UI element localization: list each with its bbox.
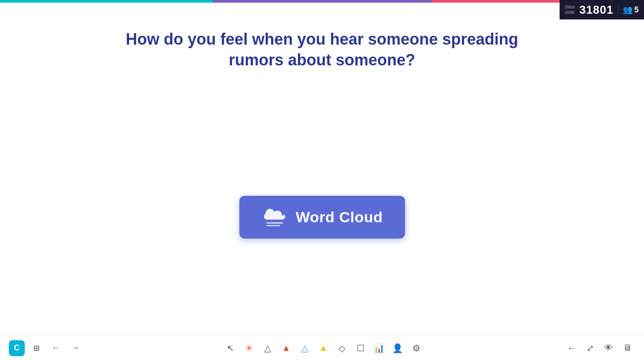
class-badge: class code 31801 👥 5 xyxy=(560,0,644,19)
expand-button[interactable]: ⤢ xyxy=(582,340,598,356)
main-content: How do you feel when you hear someone sp… xyxy=(0,3,644,334)
triangle-blue-button[interactable]: △ xyxy=(297,340,313,356)
bar-chart-button[interactable]: 📊 xyxy=(371,340,387,356)
participants-count: 5 xyxy=(634,5,639,15)
logo-text: C xyxy=(14,343,20,353)
hide-button[interactable]: 👁 xyxy=(601,340,617,356)
class-code-number: 31801 xyxy=(579,3,614,17)
magic-wand-button[interactable]: ✳ xyxy=(241,340,257,356)
toolbar-center: ↖ ✳ △ ▲ △ ▲ ◇ ☐ 📊 👤 ⚙ xyxy=(83,340,564,356)
toolbar-left: C ⊞ ← → xyxy=(9,340,83,356)
triangle-red-button[interactable]: ▲ xyxy=(278,340,294,356)
toolbar-right: ← ⤢ 👁 🖥 xyxy=(564,340,635,356)
eraser-button[interactable]: ◇ xyxy=(334,340,350,356)
participants-icon: 👥 xyxy=(623,5,633,15)
nav-left-button[interactable]: ← xyxy=(564,340,579,356)
class-label: class code xyxy=(565,4,575,15)
display-button[interactable]: 🖥 xyxy=(619,340,635,356)
class-participants: 👥 5 xyxy=(618,5,639,15)
logo-button[interactable]: C xyxy=(9,340,25,356)
triangle-yellow-button[interactable]: ▲ xyxy=(316,340,332,356)
word-cloud-icon xyxy=(261,205,288,229)
bottom-toolbar: C ⊞ ← → ↖ ✳ △ ▲ △ ▲ ◇ ☐ 📊 👤 ⚙ ← ⤢ 👁 🖥 xyxy=(0,334,644,361)
select-tool-button[interactable]: ↖ xyxy=(223,340,239,356)
triangle-outline-button[interactable]: △ xyxy=(260,340,276,356)
add-person-button[interactable]: 👤 xyxy=(390,340,406,356)
question-title: How do you feel when you hear someone sp… xyxy=(101,29,543,71)
back-button[interactable]: ← xyxy=(48,340,64,356)
settings-button[interactable]: ⚙ xyxy=(408,340,424,356)
forward-button[interactable]: → xyxy=(67,340,83,356)
chat-button[interactable]: ☐ xyxy=(353,340,369,356)
grid-view-button[interactable]: ⊞ xyxy=(28,340,44,356)
word-cloud-button[interactable]: Word Cloud xyxy=(239,196,405,239)
word-cloud-label: Word Cloud xyxy=(296,209,383,226)
